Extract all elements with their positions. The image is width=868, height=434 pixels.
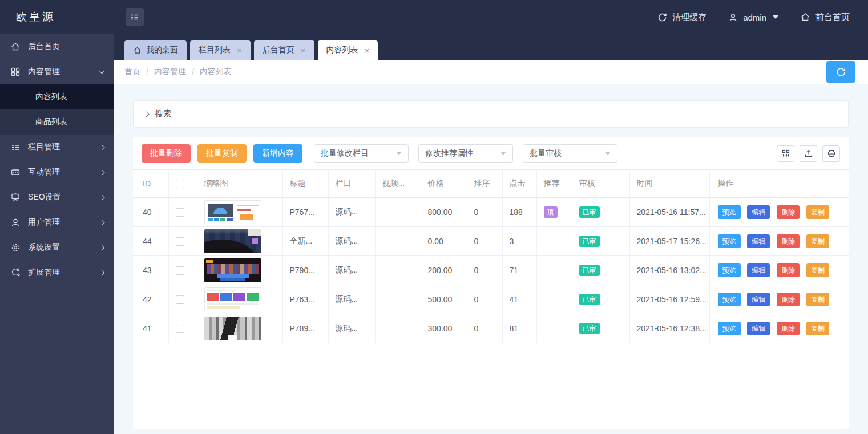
thumbnail-image[interactable] — [204, 317, 261, 340]
batch-change-column-select[interactable]: 批量修改栏目 — [314, 144, 409, 163]
gear-icon — [10, 242, 21, 253]
preview-button[interactable]: 预览 — [718, 205, 741, 219]
search-toggle-panel[interactable]: 搜索 — [133, 100, 849, 128]
cell-audit: 已审 — [572, 227, 629, 256]
sidebar-item-seo-settings[interactable]: SEO设置 — [0, 185, 114, 210]
copy-button[interactable]: 复制 — [806, 263, 829, 277]
preview-button[interactable]: 预览 — [718, 322, 741, 335]
delete-button[interactable]: 删除 — [777, 322, 800, 335]
breadcrumb-content-mgmt[interactable]: 内容管理 — [154, 67, 186, 77]
row-checkbox[interactable] — [176, 325, 184, 333]
delete-button[interactable]: 删除 — [777, 234, 800, 248]
cell-price: 800.00 — [421, 198, 467, 227]
cell-time: 2021-05-16 12:59... — [629, 285, 709, 314]
col-sort: 排序 — [467, 170, 502, 198]
thumbnail-image[interactable] — [204, 200, 261, 224]
close-icon[interactable] — [365, 46, 370, 55]
chevron-right-icon — [99, 270, 105, 275]
recommend-badge: 顶 — [544, 206, 558, 218]
cell-category: 源码... — [328, 314, 375, 343]
user-menu[interactable]: admin — [728, 13, 778, 22]
cell-time: 2021-05-16 13:02... — [629, 256, 709, 285]
cell-id: 42 — [133, 285, 168, 314]
thumbnail-image[interactable] — [204, 258, 261, 282]
sidebar-item-user-mgmt[interactable]: 用户管理 — [0, 210, 114, 235]
audit-badge: 已审 — [579, 323, 600, 334]
close-icon[interactable] — [237, 46, 242, 55]
user-icon — [728, 13, 738, 22]
sidebar-item-interaction-mgmt[interactable]: 互动管理 — [0, 160, 114, 185]
sidebar-item-content-mgmt[interactable]: 内容管理 — [0, 59, 114, 84]
tab-label: 后台首页 — [263, 45, 294, 55]
top-bar: 欧皇源 清理缓存 admin 前台首页 — [0, 0, 868, 34]
cell-sort: 0 — [467, 314, 502, 343]
batch-delete-button[interactable]: 批量删除 — [142, 144, 191, 163]
username-label: admin — [743, 13, 766, 22]
delete-button[interactable]: 删除 — [777, 293, 800, 306]
edit-button[interactable]: 编辑 — [747, 263, 770, 277]
breadcrumb-home[interactable]: 首页 — [124, 67, 140, 77]
sidebar-subitem-label: 内容列表 — [35, 92, 67, 102]
sidebar-item-product-list[interactable]: 商品列表 — [0, 109, 114, 135]
sidebar-toggle-button[interactable] — [126, 8, 144, 26]
tab-my-desktop[interactable]: 我的桌面 — [124, 40, 187, 60]
preview-button[interactable]: 预览 — [718, 293, 741, 306]
batch-audit-select[interactable]: 批量审核 — [523, 144, 617, 163]
frontend-home-link[interactable]: 前台首页 — [800, 12, 850, 23]
cell-recommend: 顶 — [536, 198, 572, 227]
sidebar-item-extension-mgmt[interactable]: 扩展管理 — [0, 260, 114, 285]
sidebar-item-system-settings[interactable]: 系统设置 — [0, 235, 114, 260]
copy-button[interactable]: 复制 — [806, 205, 829, 219]
preview-button[interactable]: 预览 — [718, 263, 741, 277]
edit-button[interactable]: 编辑 — [747, 322, 770, 335]
sidebar-item-dashboard[interactable]: 后台首页 — [0, 34, 114, 59]
copy-button[interactable]: 复制 — [806, 234, 829, 248]
col-title: 标题 — [282, 170, 328, 198]
edit-button[interactable]: 编辑 — [747, 234, 770, 248]
cell-video — [375, 314, 421, 343]
change-recommend-select[interactable]: 修改推荐属性 — [418, 144, 513, 163]
col-id: ID — [133, 170, 168, 198]
delete-button[interactable]: 删除 — [777, 205, 800, 219]
edit-button[interactable]: 编辑 — [747, 205, 770, 219]
refresh-page-button[interactable] — [826, 61, 855, 83]
row-checkbox[interactable] — [176, 208, 184, 217]
cell-time: 2021-05-17 15:26... — [629, 227, 709, 256]
table-row: 41 P789... 源码... 300.00 0 81 已审 2021-05-… — [133, 314, 849, 343]
tab-backend-home[interactable]: 后台首页 — [254, 40, 314, 60]
thumbnail-image[interactable] — [204, 229, 261, 253]
tab-column-list[interactable]: 栏目列表 — [190, 40, 251, 60]
thumbnail-image[interactable] — [204, 287, 261, 311]
print-button[interactable] — [822, 145, 840, 162]
audit-badge: 已审 — [579, 265, 600, 276]
breadcrumb-bar: 首页 / 内容管理 / 内容列表 — [114, 60, 868, 84]
select-all-checkbox[interactable] — [176, 180, 184, 188]
cell-video — [375, 227, 421, 256]
preview-button[interactable]: 预览 — [718, 234, 741, 248]
frontend-home-label: 前台首页 — [815, 12, 850, 23]
columns-setting-button[interactable] — [777, 145, 794, 162]
close-icon[interactable] — [301, 46, 306, 55]
export-button[interactable] — [800, 145, 817, 162]
sidebar-item-content-list[interactable]: 内容列表 — [0, 84, 114, 109]
audit-badge: 已审 — [579, 206, 600, 218]
col-time: 时间 — [629, 170, 709, 198]
clear-cache-button[interactable]: 清理缓存 — [657, 12, 706, 23]
add-content-button[interactable]: 新增内容 — [253, 144, 302, 163]
cell-price: 300.00 — [421, 314, 467, 343]
sidebar-item-column-mgmt[interactable]: 栏目管理 — [0, 135, 114, 160]
copy-button[interactable]: 复制 — [806, 322, 829, 335]
chevron-down-icon — [396, 152, 402, 155]
edit-button[interactable]: 编辑 — [747, 293, 770, 306]
batch-copy-button[interactable]: 批量复制 — [197, 144, 247, 163]
copy-button[interactable]: 复制 — [806, 293, 829, 306]
row-checkbox[interactable] — [176, 237, 184, 246]
table-row: 42 P763... 源码... 500.00 0 41 已审 2021-05-… — [133, 285, 849, 314]
tab-content-list[interactable]: 内容列表 — [318, 40, 378, 60]
delete-button[interactable]: 删除 — [777, 263, 800, 277]
row-checkbox[interactable] — [176, 295, 184, 304]
row-checkbox[interactable] — [176, 266, 184, 275]
list-icon — [10, 142, 21, 152]
col-video: 视频... — [375, 170, 421, 198]
table-header-row: ID 缩略图 标题 栏目 视频... 价格 排序 点击 推荐 审核 时间 操作 — [133, 170, 849, 198]
